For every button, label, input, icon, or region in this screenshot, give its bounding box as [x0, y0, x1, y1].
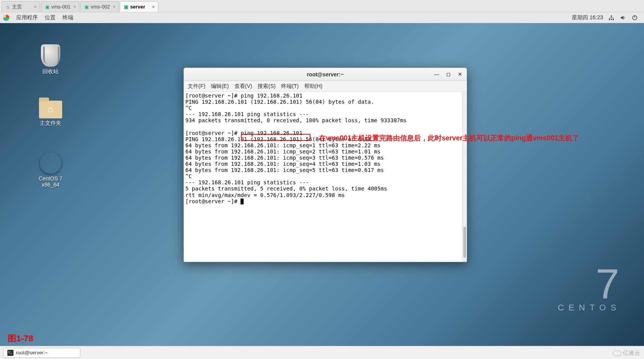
- term-line: --- 192.168.26.101 ping statistics ---: [185, 179, 309, 185]
- close-button[interactable]: ✕: [455, 71, 464, 78]
- term-line: 64 bytes from 192.168.26.101: icmp_seq=2…: [185, 148, 381, 155]
- term-line: 64 bytes from 192.168.26.101: icmp_seq=4…: [185, 161, 381, 167]
- browser-tab-vms001[interactable]: ▣ vms-001 ×: [41, 1, 80, 12]
- disc-icon: [40, 152, 61, 174]
- term-line: 5 packets transmitted, 5 received, 0% pa…: [185, 185, 387, 192]
- menu-help[interactable]: 帮助(H): [304, 83, 322, 90]
- site-watermark: 亿速云: [613, 349, 640, 357]
- minimize-button[interactable]: —: [432, 71, 441, 78]
- icon-label: 主文件夹: [29, 120, 72, 127]
- menu-view[interactable]: 查看(V): [234, 83, 253, 90]
- browser-tab-vms002[interactable]: ▣ vms-002 ×: [80, 1, 119, 12]
- vm-icon: ▣: [123, 4, 129, 10]
- term-line: rtt min/avg/max/mdev = 0.576/1.093/2.227…: [185, 192, 345, 198]
- svg-rect-1: [611, 19, 612, 20]
- trash-icon: [41, 44, 60, 67]
- term-line: [root@server ~]#: [185, 198, 241, 204]
- centos-watermark: 7 CENTOS: [558, 265, 621, 313]
- terminal-scrollbar[interactable]: [462, 92, 467, 262]
- menu-terminal[interactable]: 终端: [63, 14, 73, 21]
- volume-icon[interactable]: [620, 15, 626, 21]
- menu-edit[interactable]: 编辑(E): [211, 83, 229, 90]
- terminal-titlebar[interactable]: root@server:~ — ◻ ✕: [184, 68, 467, 81]
- activities-icon[interactable]: [3, 15, 9, 21]
- taskbar-item-terminal[interactable]: root@server:~: [3, 348, 80, 358]
- menu-terminal[interactable]: 终端(T): [281, 83, 299, 90]
- taskbar-item-label: root@server:~: [16, 350, 48, 356]
- term-line: 64 bytes from 192.168.26.101: icmp_seq=5…: [185, 167, 384, 173]
- home-icon: ⌂: [5, 4, 10, 10]
- terminal-title: root@server:~: [307, 71, 344, 78]
- svg-rect-2: [613, 19, 614, 20]
- browser-tab-home[interactable]: ⌂ 主页 ×: [2, 1, 40, 12]
- clock[interactable]: 星期四 16:23: [572, 14, 603, 21]
- taskbar: root@server:~: [0, 346, 644, 359]
- browser-tab-bar: ⌂ 主页 × ▣ vms-001 × ▣ vms-002 × ▣ server …: [0, 0, 644, 12]
- vm-icon: ▣: [84, 4, 89, 10]
- term-line: PING 192.168.26.101 (192.168.26.101) 56(…: [185, 99, 374, 105]
- menu-applications[interactable]: 应用程序: [16, 14, 38, 21]
- tab-close-icon[interactable]: ×: [34, 4, 37, 10]
- network-icon[interactable]: [608, 15, 615, 21]
- tab-label: vms-002: [91, 4, 110, 10]
- term-line: 64 bytes from 192.168.26.101: icmp_seq=1…: [185, 142, 381, 148]
- term-line: [root@server ~]# ping 192.168.26.101: [185, 93, 302, 99]
- cloud-icon: [613, 351, 621, 356]
- svg-rect-3: [611, 15, 612, 17]
- terminal-window[interactable]: root@server:~ — ◻ ✕ 文件(F) 编辑(E) 查看(V) 搜索…: [183, 67, 467, 262]
- icon-label: CentOS 7 x86_64: [29, 175, 72, 188]
- desktop-icon-disc[interactable]: CentOS 7 x86_64: [29, 152, 72, 188]
- figure-label: 图1-78: [8, 333, 33, 344]
- terminal-cursor: [241, 199, 244, 204]
- highlight-box: [241, 134, 310, 141]
- term-line: --- 192.168.26.101 ping statistics ---: [185, 111, 309, 117]
- tab-label: 主页: [12, 3, 22, 10]
- maximize-button[interactable]: ◻: [444, 71, 453, 78]
- menu-places[interactable]: 位置: [45, 14, 56, 21]
- term-line: ^C: [185, 173, 192, 179]
- tab-close-icon[interactable]: ×: [113, 4, 115, 10]
- terminal-menubar: 文件(F) 编辑(E) 查看(V) 搜索(S) 终端(T) 帮助(H): [184, 81, 467, 92]
- vm-icon: ▣: [44, 4, 50, 10]
- centos-name: CENTOS: [558, 303, 621, 313]
- terminal-icon: [7, 350, 14, 356]
- desktop-icon-home[interactable]: 主文件夹: [29, 98, 72, 127]
- term-line: ^C: [185, 105, 192, 111]
- desktop-icon-trash[interactable]: 回收站: [29, 44, 72, 75]
- tab-label: server: [130, 4, 145, 10]
- tab-close-icon[interactable]: ×: [152, 4, 155, 10]
- terminal-body[interactable]: [root@server ~]# ping 192.168.26.101 PIN…: [184, 92, 467, 262]
- gnome-top-bar: 应用程序 位置 终端 星期四 16:23: [0, 12, 644, 23]
- menu-search[interactable]: 搜索(S): [258, 83, 276, 90]
- term-line: 934 packets transmitted, 0 received, 100…: [185, 117, 407, 123]
- watermark-text: 亿速云: [623, 349, 640, 357]
- menu-file[interactable]: 文件(F): [188, 83, 205, 90]
- svg-rect-0: [609, 19, 610, 20]
- centos-seven: 7: [558, 265, 621, 303]
- tab-label: vms-001: [51, 4, 71, 10]
- browser-tab-server[interactable]: ▣ server ×: [120, 1, 158, 12]
- tab-close-icon[interactable]: ×: [73, 4, 76, 10]
- term-line: 64 bytes from 192.168.26.101: icmp_seq=3…: [185, 155, 384, 161]
- folder-home-icon: [39, 101, 62, 118]
- power-icon[interactable]: [632, 15, 638, 21]
- icon-label: 回收站: [29, 68, 72, 75]
- annotation-text: 在vms001主机设置完路由信息后，此时server主机可以正常的ping通vm…: [319, 133, 579, 143]
